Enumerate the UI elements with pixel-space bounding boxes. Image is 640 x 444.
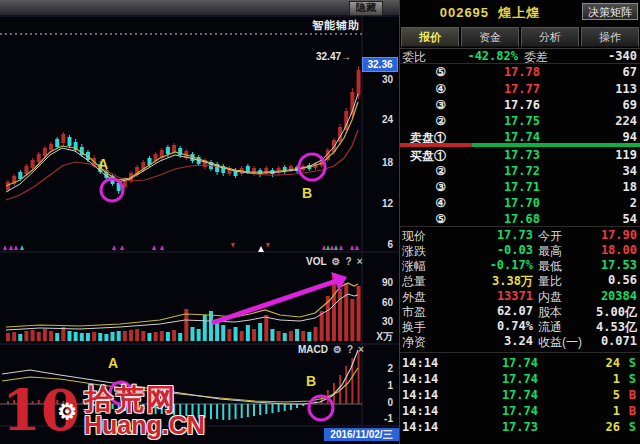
tab-分析[interactable]: 分析 xyxy=(521,27,579,47)
sell-row[interactable]: ③17.7669 xyxy=(400,98,640,112)
stat-value-2: 0.56 xyxy=(568,273,637,287)
vol-title: VOL xyxy=(306,256,327,267)
volume-bar xyxy=(154,332,158,341)
price-level-tag: ③ xyxy=(402,98,446,112)
high-price-annotation: 32.47→ xyxy=(316,51,351,62)
price-value: 17.78 xyxy=(460,65,540,79)
stat-row: 涨跌-0.03最高18.00 xyxy=(400,243,640,257)
vol-close-icon[interactable]: × xyxy=(357,256,363,267)
price-level-tag: ⑤ xyxy=(402,65,446,79)
vol-ma-white xyxy=(6,294,358,330)
candle-body xyxy=(31,160,35,168)
price-level-tag: ② xyxy=(402,114,446,128)
volume-bar xyxy=(31,330,35,341)
macd-title: MACD xyxy=(298,344,328,355)
volume-value: 119 xyxy=(560,148,637,162)
volume-bar xyxy=(6,333,10,341)
buy-row[interactable]: ③17.7118 xyxy=(400,180,640,194)
buy-row[interactable]: ②17.7234 xyxy=(400,164,640,178)
macd-help-icon[interactable]: ? xyxy=(347,344,353,355)
volume-bar xyxy=(55,333,59,341)
vol-axis-label: 90 xyxy=(360,277,396,288)
stat-value-2: 17.90 xyxy=(568,228,637,242)
volume-bar xyxy=(289,331,293,341)
sell-row[interactable]: ⑤17.7867 xyxy=(400,65,640,79)
tab-资金[interactable]: 资金 xyxy=(461,27,519,47)
candle-body xyxy=(37,154,41,162)
volume-bar xyxy=(68,331,72,341)
tab-操作[interactable]: 操作 xyxy=(581,27,639,47)
volume-bar xyxy=(197,329,201,341)
tick-side: B xyxy=(624,404,636,418)
sell-row[interactable]: 卖盘①17.7494 xyxy=(400,130,640,144)
tick-side: S xyxy=(624,356,636,370)
stat-row: 净资3.24收益(一)0.071 xyxy=(400,334,640,348)
buy-sell-ratio-bar-red xyxy=(400,143,472,147)
volume-bar xyxy=(129,330,133,341)
volume-bar xyxy=(338,289,342,341)
volume-bar xyxy=(160,331,164,341)
tick-row: 14:1417.7326S xyxy=(400,420,640,434)
trading-terminal: 隐藏 智能辅助 32.47→ 32.36 302418126 906030 21… xyxy=(0,0,640,444)
volume-value: 113 xyxy=(560,82,637,96)
kline-axis-label: 30 xyxy=(360,74,396,85)
candle-body xyxy=(43,148,47,156)
volume-bar xyxy=(98,333,102,341)
vol-settings-icon[interactable]: ⚙ xyxy=(332,256,341,267)
buy-row[interactable]: ④17.702 xyxy=(400,196,640,210)
tick-price: 17.74 xyxy=(460,388,538,402)
price-value: 17.68 xyxy=(460,212,540,226)
tab-报价[interactable]: 报价 xyxy=(401,27,459,47)
stat-value-1: -0.03 xyxy=(430,243,533,257)
watermark-site-name: 拾荒网 xyxy=(84,386,205,413)
volume-bar xyxy=(258,323,262,341)
tick-volume: 1 xyxy=(550,404,620,418)
weibi-row: 委比-42.82%委差-340 xyxy=(400,49,640,63)
sell-row[interactable]: ④17.77113 xyxy=(400,82,640,96)
signal-marker-icon xyxy=(266,243,270,248)
tick-time: 14:14 xyxy=(402,388,436,402)
stock-header: 002695 煌上煌 xyxy=(400,4,580,22)
macd-settings-icon[interactable]: ⚙ xyxy=(333,344,342,355)
volume-bar xyxy=(49,331,53,341)
volume-bar xyxy=(252,329,256,341)
volume-bar xyxy=(234,327,238,341)
volume-bar xyxy=(270,329,274,341)
weibi-value: -42.82% xyxy=(430,49,518,63)
buy-row[interactable]: ⑤17.6854 xyxy=(400,212,640,226)
volume-value: 18 xyxy=(560,180,637,194)
volume-bar xyxy=(135,329,139,341)
tick-row: 14:1417.741B xyxy=(400,404,640,418)
candle-body xyxy=(49,144,53,150)
signal-marker-icon xyxy=(326,245,330,250)
volume-bar xyxy=(141,331,145,341)
stat-label-2: 量比 xyxy=(538,273,562,290)
separator xyxy=(400,352,640,353)
decision-matrix-button[interactable]: 决策矩阵 xyxy=(582,3,638,20)
tick-side: S xyxy=(624,420,636,434)
sell-row[interactable]: ②17.75224 xyxy=(400,114,640,128)
tick-row: 14:1417.741S xyxy=(400,372,640,386)
tick-time: 14:14 xyxy=(402,356,436,370)
macd-axis-label: 0 xyxy=(360,397,396,408)
stat-value-1: 62.07 xyxy=(430,304,533,318)
stat-row: 市盈62.07股本5.00亿 xyxy=(400,304,640,318)
signal-marker-icon xyxy=(120,245,124,250)
volume-bar xyxy=(283,333,287,341)
macd-close-icon[interactable]: × xyxy=(358,344,364,355)
buy-row[interactable]: 买盘①17.73119 xyxy=(400,148,640,162)
stock-code: 002695 xyxy=(440,5,489,20)
volume-bar xyxy=(111,332,115,341)
vol-help-icon[interactable]: ? xyxy=(346,256,352,267)
macd-axis-label: 2 xyxy=(360,363,396,374)
volume-bar xyxy=(178,333,182,341)
signal-marker-icon xyxy=(160,245,164,250)
price-level-tag: 买盘① xyxy=(402,148,446,165)
stat-value-2: 20384 xyxy=(568,289,637,303)
smart-assist-label: 智能辅助 xyxy=(312,18,360,33)
volume-bar xyxy=(221,325,225,341)
vol-unit-label: X万 xyxy=(360,330,396,344)
volume-bar xyxy=(307,332,311,341)
buy-sell-ratio-bar-green xyxy=(472,143,640,147)
price-level-tag: ② xyxy=(402,164,446,178)
